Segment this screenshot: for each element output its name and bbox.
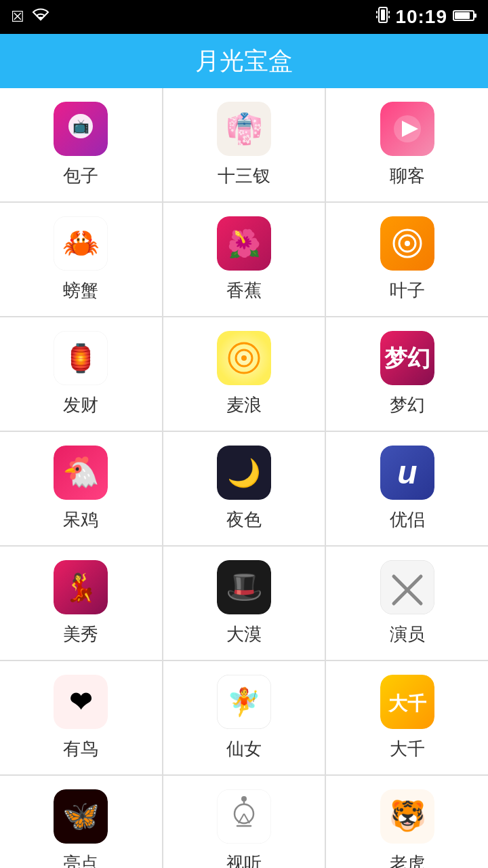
battery-icon: [453, 7, 477, 26]
svg-text:大千: 大千: [388, 693, 427, 714]
app-icon-shiting: [217, 789, 271, 844]
status-left-icons: ☒: [11, 7, 50, 26]
app-name-baozi: 包子: [63, 164, 98, 188]
app-icon-facai: 🏮: [54, 331, 108, 385]
svg-rect-43: [380, 560, 434, 614]
app-name-shiting: 视听: [226, 852, 262, 868]
svg-rect-2: [376, 11, 378, 14]
svg-rect-8: [474, 14, 476, 18]
app-icon-xiannu: 🧚: [217, 675, 271, 729]
svg-rect-7: [455, 12, 470, 19]
app-name-shisanchai: 十三钗: [218, 164, 270, 188]
svg-text:🏮: 🏮: [64, 342, 98, 374]
svg-rect-4: [376, 16, 378, 18]
app-name-damo: 大漠: [226, 623, 262, 646]
app-name-youniao: 有鸟: [63, 737, 98, 761]
app-name-yezi: 叶子: [390, 279, 425, 302]
app-cell-yanyuan[interactable]: 演员: [326, 547, 488, 660]
app-icon-liangdian: 🦋: [54, 789, 108, 844]
status-bar: ☒ 10:19: [0, 0, 488, 34]
app-cell-shisanchai[interactable]: 👘十三钗: [163, 88, 325, 201]
svg-text:📺: 📺: [73, 118, 89, 134]
svg-point-57: [241, 796, 247, 802]
svg-point-30: [241, 355, 247, 361]
app-name-pangxie: 螃蟹: [63, 279, 98, 302]
app-icon-yezi: [380, 216, 434, 271]
svg-rect-1: [381, 9, 385, 20]
svg-text:🐔: 🐔: [62, 454, 100, 490]
svg-text:🐯: 🐯: [388, 798, 426, 833]
svg-text:梦幻: 梦幻: [384, 345, 430, 371]
app-icon-pangxie: 🦀: [54, 216, 108, 271]
app-cell-liaoke[interactable]: 聊客: [326, 88, 488, 201]
app-name-liangdian: 亮点: [63, 852, 98, 868]
app-cell-mailang[interactable]: 麦浪: [163, 317, 325, 431]
app-icon-laohu: 🐯: [380, 789, 434, 844]
app-cell-yezi[interactable]: 叶子: [326, 203, 488, 316]
app-icon-shisanchai: 👘: [217, 102, 271, 156]
svg-text:🌙: 🌙: [227, 456, 261, 489]
time-display: 10:19: [395, 6, 447, 28]
svg-text:🌺: 🌺: [227, 227, 261, 260]
app-cell-facai[interactable]: 🏮发财: [0, 317, 162, 431]
app-cell-laohu[interactable]: 🐯老虎: [326, 776, 488, 868]
app-icon-xiangjiao: 🌺: [217, 216, 271, 271]
app-icon-baozi: 📺: [54, 102, 108, 156]
app-cell-menghuan[interactable]: 梦幻梦幻: [326, 317, 488, 431]
app-cell-yese[interactable]: 🌙夜色: [163, 432, 325, 545]
app-cell-xiannu[interactable]: 🧚仙女: [163, 661, 325, 774]
svg-text:❤: ❤: [69, 687, 92, 717]
svg-text:🧚: 🧚: [227, 686, 261, 718]
svg-text:💃: 💃: [64, 571, 98, 604]
app-icon-yanyuan: [380, 560, 434, 614]
svg-rect-3: [388, 11, 390, 14]
wifi-icon: [31, 7, 50, 26]
app-cell-daqian[interactable]: 大千大千: [326, 661, 488, 774]
app-cell-chenji[interactable]: 🐔呆鸡: [0, 432, 162, 545]
app-name-liaoke: 聊客: [390, 164, 425, 188]
app-name-daqian: 大千: [390, 737, 425, 761]
app-icon-youniao: ❤: [54, 675, 108, 729]
app-cell-youou[interactable]: u优侣: [326, 432, 488, 545]
svg-text:🦀: 🦀: [62, 225, 100, 260]
app-icon-daqian: 大千: [380, 675, 434, 729]
sim-icon: ☒: [11, 8, 24, 26]
svg-text:🦋: 🦋: [62, 798, 100, 833]
app-icon-meixiu: 💃: [54, 560, 108, 614]
svg-rect-5: [388, 16, 390, 18]
svg-text:👘: 👘: [225, 111, 262, 146]
app-icon-damo: 🎩: [217, 560, 271, 614]
app-name-xiannu: 仙女: [226, 737, 262, 761]
status-right-icons: 10:19: [376, 6, 477, 28]
app-name-yanyuan: 演员: [390, 623, 425, 646]
app-icon-yese: 🌙: [217, 446, 271, 500]
app-cell-pangxie[interactable]: 🦀螃蟹: [0, 203, 162, 316]
app-name-laohu: 老虎: [390, 852, 425, 868]
app-icon-chenji: 🐔: [54, 446, 108, 500]
app-cell-xiangjiao[interactable]: 🌺香蕉: [163, 203, 325, 316]
app-header: 月光宝盒: [0, 34, 488, 88]
app-name-menghuan: 梦幻: [390, 393, 425, 417]
app-grid: 📺包子👘十三钗聊客🦀螃蟹🌺香蕉叶子🏮发财麦浪梦幻梦幻🐔呆鸡🌙夜色u优侣💃美秀🎩大…: [0, 88, 488, 868]
app-cell-youniao[interactable]: ❤有鸟: [0, 661, 162, 774]
vibrate-icon: [376, 6, 390, 28]
app-name-youou: 优侣: [390, 508, 425, 532]
app-icon-youou: u: [380, 446, 434, 500]
app-cell-liangdian[interactable]: 🦋亮点: [0, 776, 162, 868]
app-icon-mailang: [217, 331, 271, 385]
app-cell-meixiu[interactable]: 💃美秀: [0, 547, 162, 660]
header-title: 月光宝盒: [195, 45, 293, 78]
app-cell-damo[interactable]: 🎩大漠: [163, 547, 325, 660]
app-icon-menghuan: 梦幻: [380, 331, 434, 385]
svg-text:🎩: 🎩: [225, 569, 262, 604]
app-name-yese: 夜色: [226, 508, 262, 532]
svg-text:u: u: [397, 454, 417, 490]
app-cell-shiting[interactable]: 视听: [163, 776, 325, 868]
app-name-chenji: 呆鸡: [63, 508, 98, 532]
app-name-xiangjiao: 香蕉: [226, 279, 262, 302]
app-name-meixiu: 美秀: [63, 623, 98, 646]
app-icon-liaoke: [380, 102, 434, 156]
app-name-facai: 发财: [63, 393, 98, 417]
app-cell-baozi[interactable]: 📺包子: [0, 88, 162, 201]
app-name-mailang: 麦浪: [226, 393, 262, 417]
